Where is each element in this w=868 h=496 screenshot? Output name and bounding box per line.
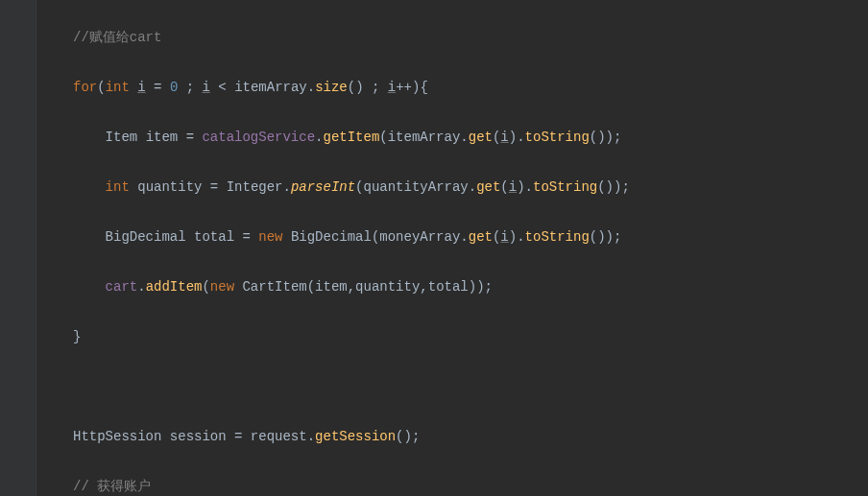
code-line: HttpSession session = request.getSession… xyxy=(73,424,868,449)
code-line: int quantity = Integer.parseInt(quantity… xyxy=(73,175,868,200)
code-area[interactable]: //赋值给cart for(int i = 0 ; i < itemArray.… xyxy=(38,0,868,496)
code-line: } xyxy=(73,324,868,349)
code-line: // 获得账户 xyxy=(73,474,868,496)
code-line: Item item = catalogService.getItem(itemA… xyxy=(73,125,868,150)
keyword-for: for xyxy=(73,80,97,95)
method: size xyxy=(315,80,348,95)
code-line xyxy=(73,374,868,399)
field: catalogService xyxy=(202,130,315,145)
code-line: cart.addItem(new CartItem(item,quantity,… xyxy=(73,274,868,299)
code-line: BigDecimal total = new BigDecimal(moneyA… xyxy=(73,224,868,249)
code-line: for(int i = 0 ; i < itemArray.size() ; i… xyxy=(73,75,868,100)
comment: //赋值给cart xyxy=(73,30,161,45)
code-editor[interactable]: //赋值给cart for(int i = 0 ; i < itemArray.… xyxy=(0,0,868,496)
keyword-int: int xyxy=(106,80,130,95)
gutter xyxy=(0,0,36,496)
method: getItem xyxy=(323,130,379,145)
comment: // 获得账户 xyxy=(73,479,151,494)
code-line: //赋值给cart xyxy=(73,25,868,50)
static-method: parseInt xyxy=(291,179,355,195)
var-i: i xyxy=(137,80,145,95)
